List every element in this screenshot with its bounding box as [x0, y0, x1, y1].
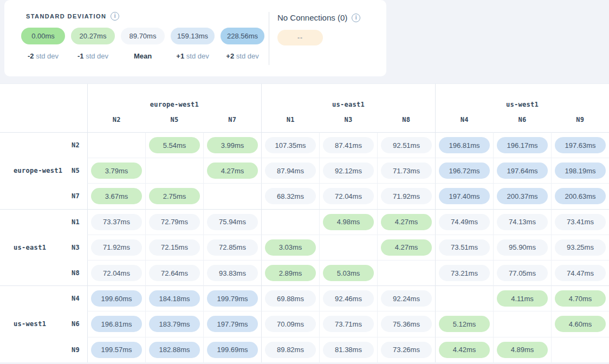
latency-pill[interactable]: 182.88ms [149, 342, 200, 358]
latency-cell: 92.46ms [319, 285, 377, 311]
matrix-corner [0, 84, 87, 132]
info-icon[interactable]: i [352, 14, 360, 22]
latency-cell [319, 235, 377, 260]
latency-pill[interactable]: 5.03ms [323, 265, 374, 281]
latency-pill[interactable]: 72.64ms [149, 265, 200, 281]
latency-pill[interactable]: 2.75ms [149, 188, 200, 204]
latency-pill[interactable]: 72.79ms [149, 214, 200, 230]
column-group-europe-west1: europe-west1 N2 N5 N7 [87, 84, 261, 132]
std-deviation-title: STANDARD DEVIATION [26, 13, 106, 20]
latency-pill[interactable]: 198.19ms [555, 162, 606, 179]
latency-pill[interactable]: 5.54ms [149, 137, 200, 153]
latency-pill[interactable]: 4.27ms [381, 239, 432, 256]
latency-pill[interactable]: 74.13ms [497, 214, 548, 230]
latency-pill[interactable]: 5.12ms [439, 316, 490, 332]
latency-pill[interactable]: 3.03ms [265, 239, 316, 256]
latency-pill[interactable]: 4.98ms [323, 214, 374, 230]
latency-pill[interactable]: 92.12ms [323, 162, 374, 179]
latency-pill[interactable]: 196.81ms [439, 137, 490, 153]
latency-pill[interactable]: 77.05ms [497, 265, 548, 281]
latency-pill[interactable]: 197.40ms [439, 188, 490, 204]
latency-pill[interactable]: 95.90ms [497, 239, 548, 256]
latency-pill[interactable]: 73.37ms [91, 214, 142, 230]
latency-cell: 93.25ms [551, 235, 609, 260]
latency-cell: 72.04ms [87, 260, 145, 285]
row-node-label: N8 [72, 269, 80, 277]
latency-pill[interactable]: 4.42ms [439, 342, 490, 358]
latency-cell: 87.94ms [261, 158, 319, 183]
latency-cell: 69.88ms [261, 285, 319, 311]
latency-pill[interactable]: 70.09ms [265, 316, 316, 332]
latency-pill[interactable]: 4.11ms [497, 290, 548, 307]
latency-pill[interactable]: 200.37ms [497, 188, 548, 204]
latency-pill[interactable]: 196.17ms [497, 137, 548, 153]
latency-pill[interactable]: 81.38ms [323, 342, 374, 358]
latency-pill[interactable]: 4.89ms [497, 342, 548, 358]
latency-pill[interactable]: 92.51ms [381, 137, 432, 153]
latency-cell: 73.26ms [377, 337, 435, 362]
latency-pill[interactable]: 74.49ms [439, 214, 490, 230]
latency-pill[interactable]: 107.35ms [265, 137, 316, 153]
latency-cell: 5.12ms [435, 311, 493, 336]
latency-pill[interactable]: 87.94ms [265, 162, 316, 179]
latency-pill[interactable]: 199.60ms [91, 290, 142, 307]
latency-pill[interactable]: 199.79ms [207, 290, 258, 307]
latency-pill[interactable]: 72.85ms [207, 239, 258, 256]
latency-pill[interactable]: 73.71ms [323, 316, 374, 332]
latency-pill[interactable]: 3.67ms [91, 188, 142, 204]
latency-pill[interactable]: 2.89ms [265, 265, 316, 281]
legend-stop-mean: 89.70ms Mean [121, 28, 165, 60]
latency-pill[interactable]: 71.92ms [381, 188, 432, 204]
latency-cell: 73.71ms [319, 311, 377, 336]
latency-cell: 73.51ms [435, 235, 493, 260]
latency-pill[interactable]: 72.04ms [323, 188, 374, 204]
latency-pill[interactable]: 4.70ms [555, 290, 606, 307]
latency-pill[interactable]: 197.63ms [555, 137, 606, 153]
latency-pill[interactable]: 4.27ms [207, 162, 258, 179]
latency-cell: 92.24ms [377, 285, 435, 311]
latency-pill[interactable]: 197.64ms [497, 162, 548, 179]
latency-pill[interactable]: 69.88ms [265, 290, 316, 307]
latency-pill[interactable]: 71.92ms [91, 239, 142, 256]
latency-cell: 71.92ms [87, 235, 145, 260]
latency-cell: 200.63ms [551, 183, 609, 209]
latency-cell: 4.27ms [377, 209, 435, 235]
latency-cell: 72.15ms [145, 235, 203, 260]
latency-pill[interactable]: 73.41ms [555, 214, 606, 230]
row-region-label: us-west1 [14, 320, 46, 328]
latency-cell: 77.05ms [493, 260, 551, 285]
latency-pill[interactable]: 75.36ms [381, 316, 432, 332]
latency-pill[interactable]: 3.79ms [91, 162, 142, 179]
latency-pill[interactable]: 197.79ms [207, 316, 258, 332]
latency-pill[interactable]: 200.63ms [555, 188, 606, 204]
latency-pill[interactable]: 92.24ms [381, 290, 432, 307]
latency-pill[interactable]: 73.21ms [439, 265, 490, 281]
latency-pill[interactable]: 4.60ms [555, 316, 606, 332]
latency-pill[interactable]: 196.81ms [91, 316, 142, 332]
legend-label-minus2: -2 std dev [28, 52, 59, 60]
info-icon[interactable]: i [111, 12, 119, 21]
latency-pill[interactable]: 73.26ms [381, 342, 432, 358]
latency-pill[interactable]: 87.41ms [323, 137, 374, 153]
latency-pill[interactable]: 199.57ms [91, 342, 142, 358]
latency-pill[interactable]: 184.18ms [149, 290, 200, 307]
latency-cell: 4.27ms [203, 158, 261, 183]
latency-pill[interactable]: 72.04ms [91, 265, 142, 281]
latency-pill[interactable]: 73.51ms [439, 239, 490, 256]
legend-pill-minus1: 20.27ms [71, 28, 115, 44]
latency-pill[interactable]: 93.25ms [555, 239, 606, 256]
latency-pill[interactable]: 199.69ms [207, 342, 258, 358]
latency-cell: 75.36ms [377, 311, 435, 336]
latency-pill[interactable]: 196.72ms [439, 162, 490, 179]
latency-pill[interactable]: 3.99ms [207, 137, 258, 153]
latency-pill[interactable]: 89.82ms [265, 342, 316, 358]
latency-pill[interactable]: 93.83ms [207, 265, 258, 281]
latency-pill[interactable]: 68.32ms [265, 188, 316, 204]
latency-pill[interactable]: 4.27ms [381, 214, 432, 230]
latency-pill[interactable]: 75.94ms [207, 214, 258, 230]
latency-pill[interactable]: 71.73ms [381, 162, 432, 179]
latency-pill[interactable]: 183.79ms [149, 316, 200, 332]
latency-pill[interactable]: 72.15ms [149, 239, 200, 256]
latency-pill[interactable]: 92.46ms [323, 290, 374, 307]
latency-pill[interactable]: 74.47ms [555, 265, 606, 281]
